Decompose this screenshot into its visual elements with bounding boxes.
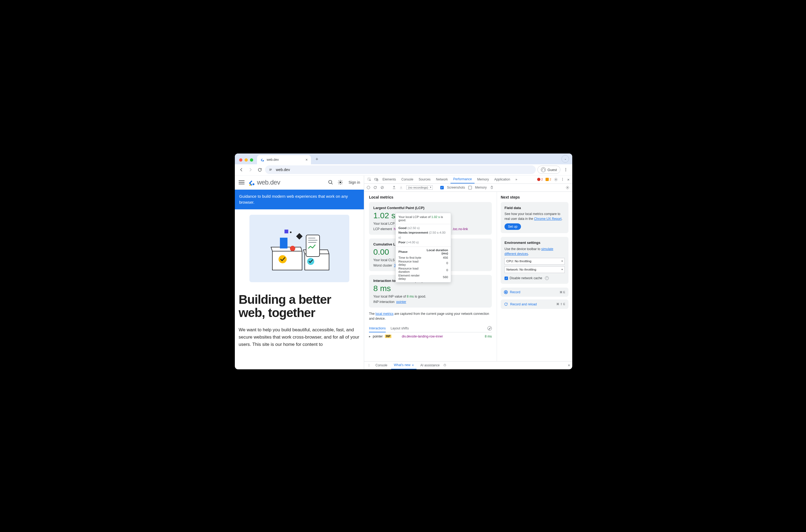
- close-window-icon[interactable]: [239, 158, 242, 162]
- cpu-throttle-select[interactable]: CPU: No throttling: [505, 258, 565, 265]
- address-bar[interactable]: web.dev: [265, 165, 536, 174]
- performance-sidebar: Next steps Field data See how your local…: [496, 192, 572, 361]
- close-drawer-icon[interactable]: ×: [568, 363, 570, 367]
- screenshots-label: Screenshots: [447, 186, 465, 189]
- drawer-tab-whatsnew[interactable]: What's new×: [391, 361, 416, 369]
- svg-point-21: [279, 255, 287, 263]
- record-kbd: ⌘ E: [560, 290, 565, 294]
- webdev-favicon: [260, 157, 264, 162]
- inp-int-link[interactable]: pointer: [396, 300, 406, 304]
- inspect-icon[interactable]: [366, 176, 373, 184]
- theme-toggle-icon[interactable]: [337, 179, 344, 186]
- reload-button[interactable]: [256, 166, 263, 173]
- svg-rect-14: [284, 230, 288, 233]
- tab-dropdown-icon[interactable]: ⌄: [561, 155, 569, 163]
- interaction-row[interactable]: ▸ pointer INP div.devsite-landing-row-in…: [369, 332, 492, 340]
- forward-button[interactable]: [247, 166, 254, 173]
- recordings-select[interactable]: (no recordings): [406, 185, 433, 190]
- interaction-target: div.devsite-landing-row-inner: [394, 335, 483, 338]
- drawer-tab-ai[interactable]: AI assistance: [417, 361, 449, 369]
- svg-point-0: [263, 160, 264, 161]
- close-devtools-icon[interactable]: ×: [567, 177, 569, 182]
- local-metrics-link[interactable]: local metrics: [375, 312, 394, 316]
- download-icon[interactable]: [399, 186, 403, 189]
- drawer-menu-icon[interactable]: [366, 364, 372, 367]
- expand-icon[interactable]: ▸: [369, 335, 371, 338]
- drawer-tab-console[interactable]: Console: [373, 361, 390, 369]
- webdev-logo[interactable]: web.dev: [248, 178, 280, 186]
- record-dot-icon: [504, 290, 508, 294]
- upload-icon[interactable]: [392, 186, 396, 189]
- record-action[interactable]: Record ⌘ E: [501, 288, 568, 297]
- browser-window: web.dev × + ⌄ web.dev Guest: [235, 153, 572, 369]
- settings-icon[interactable]: [554, 177, 558, 182]
- tab-console[interactable]: Console: [399, 176, 416, 184]
- subtab-layoutshifts[interactable]: Layout shifts: [391, 325, 409, 332]
- site-settings-icon[interactable]: [268, 167, 273, 172]
- clear-interactions-icon[interactable]: [487, 326, 492, 330]
- close-tab-icon[interactable]: ×: [305, 157, 308, 162]
- device-toggle-icon[interactable]: [373, 176, 380, 184]
- gc-icon[interactable]: [490, 186, 494, 189]
- crux-link[interactable]: Chrome UX Report: [534, 217, 561, 221]
- svg-point-10: [340, 182, 341, 184]
- lcp-element-suffix[interactable]: .toc.no-link: [452, 227, 468, 231]
- window-controls[interactable]: [238, 158, 255, 164]
- devtools-menu-icon[interactable]: [561, 177, 564, 181]
- page-viewport: web.dev Sign in Guidance to build modern…: [235, 176, 364, 369]
- profile-chip[interactable]: Guest: [538, 166, 560, 174]
- minimize-window-icon[interactable]: [245, 158, 248, 162]
- more-tabs-icon[interactable]: »: [513, 176, 520, 184]
- panel-settings-icon[interactable]: [565, 186, 569, 190]
- record-label: Record: [510, 290, 520, 294]
- back-button[interactable]: [238, 166, 245, 173]
- svg-rect-20: [308, 242, 316, 243]
- hero-illustration: [249, 215, 349, 282]
- subtab-interactions[interactable]: Interactions: [369, 325, 386, 332]
- performance-toolbar: (no recordings) ✓ Screenshots Memory: [364, 184, 572, 192]
- svg-point-29: [562, 180, 563, 181]
- tab-application[interactable]: Application: [491, 176, 513, 184]
- signin-link[interactable]: Sign in: [349, 180, 360, 185]
- search-icon[interactable]: [327, 179, 334, 186]
- tab-sources[interactable]: Sources: [416, 176, 433, 184]
- hero-title: Building a better web, together: [239, 293, 360, 320]
- svg-point-2: [269, 169, 270, 170]
- screenshots-checkbox[interactable]: ✓: [440, 186, 444, 189]
- help-icon[interactable]: ?: [545, 276, 549, 280]
- setup-button[interactable]: Set up: [505, 223, 521, 230]
- menu-icon[interactable]: [239, 179, 245, 185]
- tab-elements[interactable]: Elements: [380, 176, 399, 184]
- guest-icon: [541, 167, 546, 172]
- warnings-badge[interactable]: 2: [545, 178, 551, 181]
- record-reload-kbd: ⌘ ⇧ E: [556, 302, 565, 306]
- svg-point-8: [252, 184, 255, 185]
- record-icon[interactable]: [367, 186, 370, 189]
- errors-badge[interactable]: 2: [537, 178, 543, 181]
- clear-icon[interactable]: [380, 186, 384, 189]
- svg-rect-18: [308, 238, 315, 239]
- tab-network[interactable]: Network: [433, 176, 450, 184]
- record-reload-action[interactable]: Record and reload ⌘ ⇧ E: [501, 300, 568, 309]
- svg-point-4: [565, 168, 566, 169]
- tab-memory[interactable]: Memory: [474, 176, 491, 184]
- new-tab-button[interactable]: +: [313, 156, 321, 163]
- browser-menu-icon[interactable]: [562, 166, 569, 173]
- network-throttle-select[interactable]: Network: No throttling: [505, 266, 565, 273]
- svg-point-3: [269, 170, 270, 171]
- tab-title: web.dev: [267, 158, 303, 162]
- logo-text: web.dev: [257, 178, 280, 186]
- browser-toolbar: web.dev Guest: [235, 164, 572, 176]
- browser-tab[interactable]: web.dev ×: [257, 155, 311, 164]
- local-metrics-note: The local metrics are captured from the …: [369, 311, 492, 321]
- record-reload-label: Record and reload: [510, 302, 537, 306]
- disable-cache-checkbox[interactable]: ✓: [505, 277, 508, 280]
- maximize-window-icon[interactable]: [250, 158, 253, 162]
- tab-performance[interactable]: Performance: [450, 176, 474, 184]
- field-data-title: Field data: [505, 205, 565, 211]
- field-data-card: Field data See how your local metrics co…: [501, 202, 568, 233]
- interaction-duration: 8 ms: [485, 335, 492, 338]
- reload-record-icon[interactable]: [373, 186, 377, 189]
- memory-checkbox[interactable]: [468, 186, 472, 189]
- interactions-subtabs: Interactions Layout shifts: [369, 325, 492, 332]
